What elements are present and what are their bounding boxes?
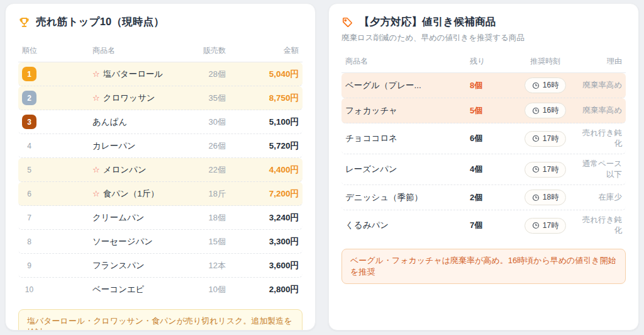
rank-cell: 4 (22, 139, 92, 153)
rank-cell: 2 (22, 91, 92, 105)
rank-badge: 4 (22, 139, 36, 153)
rank-badge: 7 (22, 210, 36, 225)
recommended-time-badge: 16時 (525, 77, 566, 93)
reason-label: 在庫少 (580, 192, 622, 203)
top-seller-row: 3 あんぱん 30個 5,100円 (18, 110, 303, 134)
discount-header: 【夕方対応】値引き候補商品 (341, 15, 626, 29)
time-cell: 17時 (510, 218, 580, 234)
time-cell: 16時 (510, 77, 580, 93)
star-icon: ☆ (92, 165, 100, 174)
recommended-time-badge: 17時 (525, 218, 566, 234)
rank-cell: 6 (22, 186, 92, 201)
sales-count: 26個 (170, 140, 226, 152)
top-seller-row: 6 ☆食パン（1斤） 18斤 7,200円 (18, 182, 303, 206)
top-sellers-panel: 売れ筋トップ10（現時点） 順位 商品名 販売数 金額 1 ☆塩バターロール 2… (5, 3, 316, 331)
top-sellers-table-header: 順位 商品名 販売数 金額 (18, 42, 303, 62)
reason-label: 廃棄率高め (580, 80, 622, 91)
stockout-alert-note: 塩バターロール・クロワッサン・食パンが売り切れリスク。追加製造を検討 (18, 309, 303, 331)
clock-icon (532, 82, 540, 89)
column-header-time: 推奨時刻 (510, 56, 580, 67)
sales-amount: 5,100円 (226, 116, 299, 128)
rank-badge: 2 (22, 91, 36, 105)
top-seller-row: 1 ☆塩バターロール 28個 5,040円 (18, 62, 303, 86)
top-seller-row: 5 ☆メロンパン 22個 4,400円 (18, 158, 303, 182)
sales-count: 30個 (170, 116, 226, 128)
panel-title: 【夕方対応】値引き候補商品 (359, 15, 496, 29)
reason-label: 廃棄率高め (580, 105, 622, 116)
top-seller-row: 4 カレーパン 26個 5,720円 (18, 134, 303, 158)
rank-badge: 8 (22, 234, 36, 249)
product-name: ☆塩バターロール (92, 69, 170, 80)
column-header-remaining: 残り (470, 56, 510, 67)
product-name: カレーパン (92, 140, 170, 152)
sales-amount: 8,750円 (226, 93, 299, 104)
sales-count: 18斤 (170, 188, 226, 200)
product-name: フランスパン (92, 260, 170, 271)
rank-badge: 5 (22, 162, 36, 177)
bakery-dashboard: 売れ筋トップ10（現時点） 順位 商品名 販売数 金額 1 ☆塩バターロール 2… (0, 0, 644, 334)
product-name: ☆クロワッサン (92, 93, 170, 104)
column-header-reason: 理由 (580, 56, 622, 67)
product-name: あんぱん (92, 116, 170, 128)
top-sellers-table: 1 ☆塩バターロール 28個 5,040円 2 ☆クロワッサン 35個 8,75… (18, 62, 303, 301)
rank-cell: 10 (22, 282, 92, 297)
top-seller-row: 7 クリームパン 18個 3,240円 (18, 206, 303, 230)
column-header-qty: 販売数 (170, 45, 226, 56)
remaining-count: 8個 (470, 80, 510, 91)
discount-candidates-panel: 【夕方対応】値引き候補商品 廃棄ロス削減のため、早めの値引きを推奨する商品 商品… (328, 3, 639, 331)
reason-label: 通常ペース以下 (580, 159, 622, 180)
panel-title: 売れ筋トップ10（現時点） (36, 15, 164, 29)
discount-row: ベーグル（プレー... 8個 16時 廃棄率高め (341, 73, 626, 98)
column-header-product: 商品名 (92, 45, 170, 56)
panel-subtitle: 廃棄ロス削減のため、早めの値引きを推奨する商品 (341, 33, 626, 43)
discount-row: チョココロネ 6個 17時 売れ行き鈍化 (341, 123, 626, 154)
rank-cell: 7 (22, 210, 92, 225)
rank-badge: 3 (22, 115, 36, 129)
discount-row: フォカッチャ 5個 16時 廃棄率高め (341, 98, 626, 123)
product-name: デニッシュ（季節） (345, 192, 470, 203)
reason-label: 売れ行き鈍化 (580, 215, 622, 236)
recommended-time-badge: 17時 (525, 162, 566, 178)
sales-count: 10個 (170, 284, 226, 295)
clock-icon (532, 107, 540, 115)
discount-table-header: 商品名 残り 推奨時刻 理由 (341, 52, 626, 73)
rank-cell: 1 (22, 67, 92, 81)
remaining-count: 6個 (470, 133, 510, 144)
rank-badge: 9 (22, 258, 36, 273)
sales-amount: 3,300円 (226, 236, 299, 247)
rank-cell: 8 (22, 234, 92, 249)
sales-count: 35個 (170, 93, 226, 104)
discount-row: デニッシュ（季節） 2個 18時 在庫少 (341, 185, 626, 210)
time-cell: 17時 (510, 131, 580, 147)
time-cell: 16時 (510, 103, 580, 118)
top-seller-row: 8 ソーセージパン 15個 3,300円 (18, 230, 303, 254)
time-cell: 17時 (510, 162, 580, 178)
discount-table: ベーグル（プレー... 8個 16時 廃棄率高め フォカッチャ 5個 16時 廃… (341, 73, 626, 241)
sales-count: 28個 (170, 69, 226, 80)
rank-cell: 3 (22, 115, 92, 129)
product-name: クリームパン (92, 212, 170, 224)
product-name: ソーセージパン (92, 236, 170, 247)
rank-cell: 9 (22, 258, 92, 273)
sales-amount: 3,600円 (226, 260, 299, 271)
product-name: フォカッチャ (345, 105, 470, 116)
discount-advice-note: ベーグル・フォカッチャは廃棄率が高め。16時頃から早めの値引き開始を推奨 (341, 249, 626, 284)
remaining-count: 5個 (470, 105, 510, 116)
clock-icon (532, 222, 540, 229)
clock-icon (532, 194, 540, 202)
top-seller-row: 2 ☆クロワッサン 35個 8,750円 (18, 86, 303, 110)
sales-amount: 4,400円 (226, 164, 299, 176)
sales-amount: 7,200円 (226, 188, 299, 200)
star-icon: ☆ (92, 93, 100, 103)
rank-badge: 1 (22, 67, 36, 81)
trophy-icon (18, 16, 30, 28)
sales-amount: 5,720円 (226, 140, 299, 152)
product-name: チョココロネ (345, 133, 470, 144)
column-header-rank: 順位 (22, 45, 92, 56)
time-cell: 18時 (510, 190, 580, 205)
product-name: ☆食パン（1斤） (92, 188, 170, 200)
clock-icon (532, 166, 540, 173)
product-name: ☆メロンパン (92, 164, 170, 176)
sales-count: 18個 (170, 212, 226, 224)
clock-icon (532, 135, 540, 142)
